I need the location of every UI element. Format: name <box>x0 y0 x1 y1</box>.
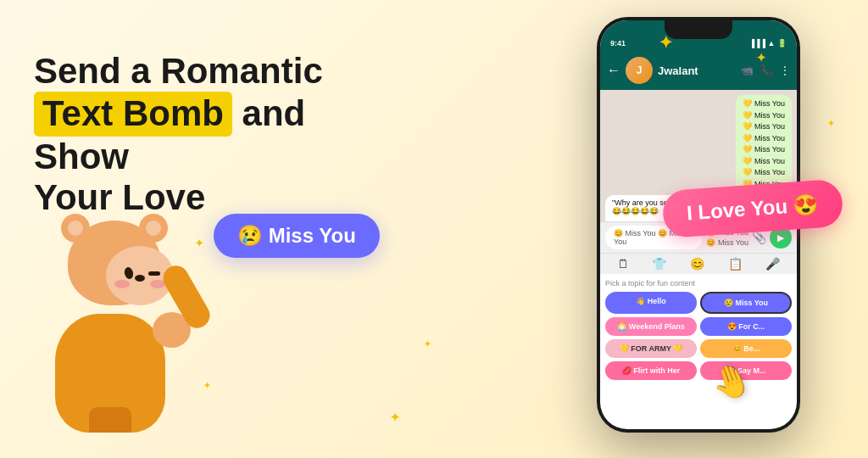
gif-icon[interactable]: 👕 <box>652 257 666 271</box>
emoji-icon[interactable]: 😊 <box>690 257 704 271</box>
sparkle-7: ✦ <box>424 339 431 349</box>
headline-highlight: Text Bomb <box>34 92 232 136</box>
text-icon[interactable]: 📋 <box>728 257 743 271</box>
topic-hello[interactable]: 👋 Hello <box>605 292 697 314</box>
headline-line2: Text Bomb and Show <box>34 92 398 177</box>
header-icons: 📹 📞 ⋮ <box>741 64 790 76</box>
status-time: 9:41 <box>610 39 626 47</box>
attach-icon[interactable]: 📎 <box>752 231 766 244</box>
status-icons: ▐▐▐ ▲ 🔋 <box>749 39 787 47</box>
phone-notch <box>665 20 732 39</box>
topic-miss-you[interactable]: 😢 Miss You <box>700 292 792 314</box>
sparkle-5: ✦ <box>203 381 210 390</box>
miss-you-pill[interactable]: 😢 Miss You <box>214 214 380 258</box>
sparkle-6: ✦ <box>390 411 400 424</box>
sparkle-2: ✦ <box>756 51 766 64</box>
topic-for-c[interactable]: 😍 For C... <box>700 317 792 336</box>
topic-picker: Pick a topic for fun content 👋 Hello 😢 M… <box>600 274 797 385</box>
topic-for-army[interactable]: 💛 FOR ARMY 💛 <box>605 339 697 358</box>
back-button[interactable]: ← <box>607 63 620 78</box>
sent-messages: 💛 Miss You 💛 Miss You 💛 Miss You 💛 Miss … <box>736 95 792 193</box>
call-icon[interactable]: 📞 <box>760 64 773 76</box>
topic-be[interactable]: 😊 Be... <box>700 339 792 358</box>
headline-line1: Send a Romantic <box>34 51 398 92</box>
menu-icon[interactable]: ⋮ <box>780 64 790 76</box>
contact-avatar: J <box>626 57 653 84</box>
topic-grid[interactable]: 👋 Hello 😢 Miss You 🌅 Weekend Plans 😍 For… <box>605 292 792 380</box>
video-icon[interactable]: 📹 <box>741 64 754 76</box>
wa-toolbar[interactable]: 🗒 👕 😊 📋 🎤 <box>600 253 797 274</box>
hero-headline: Send a Romantic Text Bomb and Show Your … <box>34 51 398 218</box>
topic-label: Pick a topic for fun content <box>605 279 792 288</box>
contact-name: Jwalant <box>658 64 736 77</box>
miss-you-label: 😢 Miss You <box>237 224 356 248</box>
bear-character <box>25 204 203 458</box>
i-love-you-label: I Love You 😍 <box>686 193 819 225</box>
sticker-icon[interactable]: 🗒 <box>617 257 629 271</box>
mic-icon[interactable]: 🎤 <box>765 257 780 271</box>
wa-header[interactable]: ← J Jwalant 📹 📞 ⋮ <box>600 51 797 90</box>
topic-weekend[interactable]: 🌅 Weekend Plans <box>605 317 697 336</box>
topic-flirt[interactable]: 💋 Flirt with Her <box>605 361 697 380</box>
sparkle-3: ✦ <box>827 119 834 128</box>
sparkle-4: ✦ <box>195 237 203 249</box>
